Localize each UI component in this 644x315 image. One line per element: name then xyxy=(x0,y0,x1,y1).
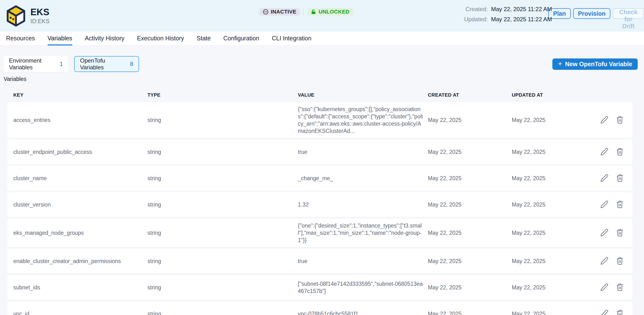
table-header: KEY TYPE VALUE CREATED AT UPDATED AT xyxy=(7,90,633,100)
variable-value: {"sso":{"kubernetes_groups":[],"policy_a… xyxy=(298,106,428,135)
variable-type: string xyxy=(148,201,298,208)
pencil-icon xyxy=(600,257,608,265)
variable-updated-at: May 22, 2025 xyxy=(512,149,593,155)
variable-key: cluster_version xyxy=(13,201,148,208)
variable-created-at: May 22, 2025 xyxy=(428,311,512,315)
table-row: cluster_endpoint_public_access string tr… xyxy=(7,140,633,164)
edit-variable-button[interactable] xyxy=(600,229,609,237)
page-subtitle: ID:EKS xyxy=(30,18,50,25)
edit-variable-button[interactable] xyxy=(600,283,609,292)
plan-button[interactable]: Plan xyxy=(548,8,571,19)
lock-badge-label: UNLOCKED xyxy=(318,9,350,15)
new-opentofu-variable-button[interactable]: + New OpenTofu Variable xyxy=(552,58,638,70)
table-row: cluster_name string _change_me_ May 22, … xyxy=(7,166,633,191)
variable-updated-at: May 22, 2025 xyxy=(512,175,593,182)
trash-icon xyxy=(616,310,624,315)
variable-type: string xyxy=(148,284,298,291)
variable-key: vpc_id xyxy=(13,311,148,315)
environment-variables-count: 1 xyxy=(60,61,63,67)
variable-type: string xyxy=(148,149,298,155)
variable-key: cluster_endpoint_public_access xyxy=(13,149,148,155)
status-badge-label: INACTIVE xyxy=(271,9,296,15)
variable-updated-at: May 22, 2025 xyxy=(512,258,593,265)
tab-cli-integration[interactable]: CLI Integration xyxy=(272,32,311,45)
lock-badge: UNLOCKED xyxy=(307,8,353,16)
variable-created-at: May 22, 2025 xyxy=(428,149,512,155)
table-row: access_entries string {"sso":{"kubernete… xyxy=(7,102,633,138)
updated-value: May 22, 2025 11:22 AM xyxy=(491,16,552,23)
header-actions: Plan Provision Check for Drift xyxy=(548,8,644,19)
edit-variable-button[interactable] xyxy=(600,200,609,209)
status-badges: INACTIVE UNLOCKED xyxy=(259,8,353,16)
edit-variable-button[interactable] xyxy=(600,257,609,266)
provision-button[interactable]: Provision xyxy=(573,8,610,19)
app-header: EKS ID:EKS INACTIVE UNLOCKED Created: Ma… xyxy=(0,0,644,32)
pencil-icon xyxy=(600,116,608,124)
edit-variable-button[interactable] xyxy=(600,174,609,183)
delete-variable-button[interactable] xyxy=(616,200,624,209)
delete-variable-button[interactable] xyxy=(616,310,624,315)
variable-key: cluster_name xyxy=(13,175,148,182)
variable-created-at: May 22, 2025 xyxy=(428,175,512,182)
variable-key: enable_cluster_creator_admin_permissions xyxy=(13,258,148,265)
variables-table: access_entries string {"sso":{"kubernete… xyxy=(7,102,633,315)
opentofu-variables-tab[interactable]: OpenTofu Variables 8 xyxy=(74,56,139,72)
delete-variable-button[interactable] xyxy=(616,229,624,237)
pencil-icon xyxy=(600,310,608,315)
trash-icon xyxy=(616,116,624,124)
variable-created-at: May 22, 2025 xyxy=(428,117,512,123)
variable-type: string xyxy=(148,175,298,182)
environment-variables-tab[interactable]: Environment Variables 1 xyxy=(4,56,68,72)
tab-state[interactable]: State xyxy=(196,32,210,45)
created-value: May 22, 2025 11:22 AM xyxy=(491,6,552,12)
trash-icon xyxy=(616,229,624,237)
tab-configuration[interactable]: Configuration xyxy=(223,32,260,45)
variable-value: ["subnet-08f14e7142d333595","subnet-0680… xyxy=(298,280,428,295)
row-actions xyxy=(593,229,626,237)
page-title: EKS xyxy=(30,7,50,18)
row-actions xyxy=(593,174,626,183)
edit-variable-button[interactable] xyxy=(600,310,609,315)
variable-created-at: May 22, 2025 xyxy=(428,258,512,265)
variable-key: eks_managed_node_groups xyxy=(13,230,148,236)
variable-updated-at: May 22, 2025 xyxy=(512,230,593,236)
delete-variable-button[interactable] xyxy=(616,174,624,183)
variable-updated-at: May 22, 2025 xyxy=(512,201,593,208)
variable-value: true xyxy=(298,258,428,265)
table-row: enable_cluster_creator_admin_permissions… xyxy=(7,249,633,274)
new-opentofu-variable-label: New OpenTofu Variable xyxy=(565,61,632,68)
edit-variable-button[interactable] xyxy=(600,116,609,124)
variable-type-tabs: Environment Variables 1 OpenTofu Variabl… xyxy=(4,56,638,72)
trash-icon xyxy=(616,200,624,209)
variable-created-at: May 22, 2025 xyxy=(428,201,512,208)
plus-icon: + xyxy=(558,60,562,67)
delete-variable-button[interactable] xyxy=(616,148,624,156)
trash-icon xyxy=(616,148,624,156)
tab-resources[interactable]: Resources xyxy=(6,32,35,45)
variable-value: true xyxy=(298,148,428,156)
table-row: eks_managed_node_groups string {"one":{"… xyxy=(7,219,633,247)
delete-variable-button[interactable] xyxy=(616,283,624,292)
tab-execution-history[interactable]: Execution History xyxy=(137,32,184,45)
unlock-icon xyxy=(311,9,316,15)
column-header-created-at: CREATED AT xyxy=(428,92,512,98)
title-block: EKS ID:EKS xyxy=(30,7,50,25)
delete-variable-button[interactable] xyxy=(616,257,624,266)
updated-label: Updated: xyxy=(464,16,488,23)
trash-icon xyxy=(616,174,624,182)
check-for-drift-button[interactable]: Check for Drift xyxy=(613,8,644,19)
row-actions xyxy=(593,310,626,315)
pencil-icon xyxy=(600,148,608,156)
edit-variable-button[interactable] xyxy=(600,148,609,156)
variable-value: _change_me_ xyxy=(298,175,428,182)
pencil-icon xyxy=(600,200,608,209)
tab-activity-history[interactable]: Activity History xyxy=(85,32,124,45)
column-header-type: TYPE xyxy=(148,92,298,98)
variable-value: vpc-078b51c6cbc5581f1 xyxy=(298,310,428,315)
row-actions xyxy=(593,148,626,156)
variable-updated-at: May 22, 2025 xyxy=(512,117,593,123)
status-badge: INACTIVE xyxy=(259,8,300,16)
delete-variable-button[interactable] xyxy=(616,116,624,124)
tab-variables[interactable]: Variables xyxy=(48,32,72,45)
table-row: vpc_id string vpc-078b51c6cbc5581f1 May … xyxy=(7,302,633,315)
